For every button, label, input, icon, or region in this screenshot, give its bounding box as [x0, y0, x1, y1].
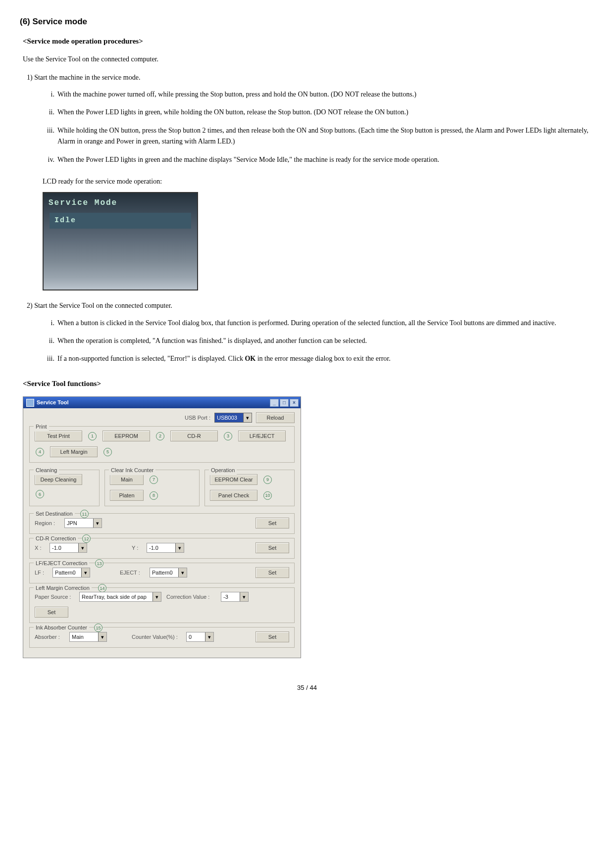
clear-ink-group: Clear Ink Counter Main 7 Platen 8 — [104, 470, 200, 506]
set-cdr-button[interactable]: Set — [256, 542, 289, 553]
badge-3-icon: 3 — [224, 432, 232, 440]
test-print-button[interactable]: Test Print — [35, 431, 82, 441]
lcd-caption: LCD ready for the service mode operation… — [43, 176, 594, 187]
y-value: -1.0 — [149, 544, 158, 553]
titlebar: Service Tool _ □ × — [23, 397, 301, 409]
step-1: 1) Start the machine in the service mode… — [27, 72, 594, 83]
lf-select[interactable]: Pattern0 ▾ — [52, 568, 90, 578]
set-left-margin-button[interactable]: Set — [35, 607, 68, 618]
badge-11-icon: 11 — [80, 510, 89, 518]
eject-label: EJECT : — [120, 569, 145, 578]
service-tool-window: Service Tool _ □ × USB Port : USB003 ▾ R… — [23, 396, 301, 659]
paper-source-select[interactable]: RearTray, back side of pap ▾ — [79, 592, 161, 602]
cdr-correction-group: CD-R Correction 12 X : -1.0 ▾ Y : -1.0 ▾… — [29, 538, 295, 559]
cleaning-legend: Cleaning — [34, 466, 59, 475]
badge-2-icon: 2 — [156, 432, 164, 440]
correction-value-label: Correction Value : — [166, 593, 216, 602]
region-label: Region : — [35, 519, 59, 528]
roman-label: iii. — [41, 125, 57, 147]
usb-port-value: USB003 — [217, 414, 237, 423]
eject-select[interactable]: Pattern0 ▾ — [150, 568, 187, 578]
set-absorber-button[interactable]: Set — [256, 631, 289, 642]
clear-main-button[interactable]: Main — [110, 474, 144, 485]
window-title: Service Tool — [37, 398, 69, 407]
step1-i: i. With the machine power turned off, wh… — [41, 89, 594, 100]
counter-value-select[interactable]: 0 ▾ — [186, 632, 214, 642]
badge-13-icon: 13 — [95, 559, 103, 568]
set-region-button[interactable]: Set — [256, 518, 289, 529]
badge-1-icon: 1 — [88, 432, 97, 440]
left-margin-correction-group: Left Margin Correction 14 Paper Source :… — [29, 587, 295, 623]
paper-source-value: RearTray, back side of pap — [82, 593, 147, 602]
roman-label: iv. — [41, 154, 57, 165]
step-2: 2) Start the Service Tool on the connect… — [27, 300, 594, 311]
step-1-label: 1) — [27, 74, 33, 81]
page-number: 35 / 44 — [20, 683, 594, 693]
chevron-down-icon: ▾ — [240, 592, 248, 601]
eeprom-button[interactable]: EEPROM — [102, 431, 150, 441]
step2-iii-before: If a non-supported function is selected,… — [57, 355, 245, 362]
sub-heading-procedures: <Service mode operation procedures> — [23, 35, 594, 47]
chevron-down-icon: ▾ — [205, 632, 213, 641]
correction-value-select[interactable]: -3 ▾ — [221, 592, 249, 602]
badge-8-icon: 8 — [150, 491, 158, 500]
set-destination-group: Set Destination 11 Region : JPN ▾ Set — [29, 513, 295, 534]
roman-label: ii. — [41, 336, 57, 346]
left-margin-button[interactable]: Left Margin — [50, 446, 98, 457]
lf-label: LF : — [35, 569, 48, 578]
maximize-button[interactable]: □ — [280, 399, 289, 407]
lf-eject-button[interactable]: LF/EJECT — [238, 431, 286, 441]
clear-ink-legend: Clear Ink Counter — [109, 466, 155, 475]
cleaning-group: Cleaning Deep Cleaning 6 — [29, 470, 100, 506]
step1-ii: ii. When the Power LED lights in green, … — [41, 107, 594, 118]
chevron-down-icon: ▾ — [178, 568, 187, 577]
minimize-button[interactable]: _ — [270, 399, 279, 407]
lcd-screenshot: Service Mode Idle — [43, 192, 198, 290]
deep-cleaning-button[interactable]: Deep Cleaning — [35, 474, 82, 485]
roman-body: When the Power LED lights in green, whil… — [57, 107, 594, 118]
close-button[interactable]: × — [290, 399, 299, 407]
badge-9-icon: 9 — [263, 476, 272, 484]
step-1-text: Start the machine in the service mode. — [34, 74, 140, 81]
set-lfeject-button[interactable]: Set — [256, 567, 289, 578]
clear-platen-button[interactable]: Platen — [110, 490, 144, 501]
chevron-down-icon: ▾ — [81, 568, 90, 577]
roman-body: When a button is clicked in the Service … — [57, 318, 594, 329]
chevron-down-icon: ▾ — [243, 413, 252, 422]
absorber-select[interactable]: Main ▾ — [69, 632, 107, 642]
cdr-button[interactable]: CD-R — [170, 431, 218, 441]
badge-7-icon: 7 — [150, 476, 158, 484]
badge-14-icon: 14 — [98, 584, 106, 592]
badge-4-icon: 4 — [36, 448, 44, 456]
lcd-title: Service Mode — [44, 193, 197, 212]
section-heading: (6) Service mode — [20, 15, 594, 28]
chevron-down-icon: ▾ — [98, 632, 106, 641]
eeprom-clear-button[interactable]: EEPROM Clear — [210, 474, 257, 485]
y-label: Y : — [132, 544, 142, 553]
badge-6-icon: 6 — [36, 490, 44, 498]
usb-port-select[interactable]: USB003 ▾ — [214, 413, 252, 423]
x-value: -1.0 — [52, 544, 61, 553]
step2-i: i. When a button is clicked in the Servi… — [41, 318, 594, 329]
operation-legend: Operation — [209, 466, 237, 475]
roman-label: ii. — [41, 107, 57, 118]
x-label: X : — [35, 544, 45, 553]
x-select[interactable]: -1.0 ▾ — [50, 543, 87, 553]
correction-value: -3 — [223, 593, 228, 602]
step2-iii-after: in the error message dialog box to exit … — [256, 355, 391, 362]
lcd-status: Idle — [50, 213, 191, 229]
lfeject-correction-group: LF/EJECT Correction 13 LF : Pattern0 ▾ E… — [29, 563, 295, 583]
roman-body: If a non-supported function is selected,… — [57, 353, 594, 364]
reload-button[interactable]: Reload — [256, 412, 295, 423]
ink-absorber-legend: Ink Absorber Counter — [34, 624, 89, 632]
badge-12-icon: 12 — [82, 534, 91, 543]
counter-value: 0 — [189, 633, 192, 642]
panel-check-button[interactable]: Panel Check — [210, 490, 257, 501]
step2-iii-bold: OK — [245, 355, 256, 362]
region-select[interactable]: JPN ▾ — [64, 518, 102, 528]
lf-value: Pattern0 — [55, 569, 76, 578]
roman-label: i. — [41, 89, 57, 100]
cdr-correction-legend: CD-R Correction — [34, 534, 78, 543]
chevron-down-icon: ▾ — [153, 592, 161, 601]
y-select[interactable]: -1.0 ▾ — [147, 543, 184, 553]
